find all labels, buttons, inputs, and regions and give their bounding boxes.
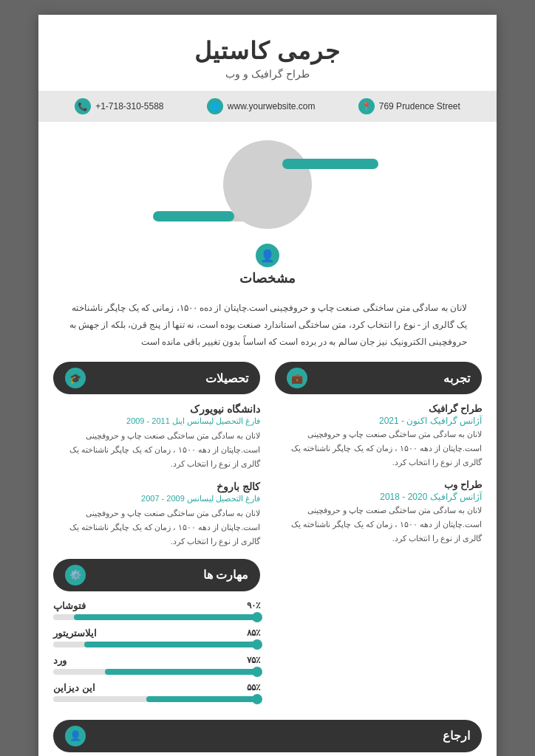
skills-icon: ⚙️ — [65, 565, 86, 585]
skill-pct-0: ۹۰٪ — [247, 600, 260, 611]
contact-phone: 📞 +1-718-310-5588 — [75, 98, 163, 114]
education-heading: تحصیلات — [205, 371, 248, 385]
about-icon-wrap: 👤 — [38, 244, 497, 267]
exp-company-1: آژانس گرافیک اکنون - 2021 — [275, 416, 482, 426]
skills-section: مهارت ها ⚙️ ۹۰٪ فتوشاپ ۸۵٪ ایلاستریتور ۷… — [53, 559, 260, 702]
two-column: تجربه 💼 طراح گرافیک آژانس گرافیک اکنون -… — [38, 362, 497, 709]
experience-column: تجربه 💼 طراح گرافیک آژانس گرافیک اکنون -… — [275, 362, 482, 709]
globe-icon: 🌐 — [207, 98, 223, 114]
exp-item-1: طراح گرافیک آژانس گرافیک اکنون - 2021 لا… — [275, 403, 482, 469]
edu-desc-2: لانان به سادگی متن ساختگی صنعت چاپ و حرو… — [53, 506, 260, 548]
skill-pct-3: ۵۵٪ — [247, 682, 260, 693]
skill-item-2: ۷۵٪ ورد — [53, 655, 260, 675]
edu-degree-2: فارغ التحصیل لیسانس 2009 - 2007 — [53, 494, 260, 504]
edu-university-2: کالج باروخ — [53, 481, 260, 492]
contact-website: 🌐 www.yourwebsite.com — [207, 98, 316, 114]
teal-bar-top — [282, 159, 378, 169]
avatar — [223, 140, 312, 229]
skill-bar-bg-3 — [53, 696, 260, 702]
edu-university-1: دانشگاه نیویورک — [53, 403, 260, 415]
exp-role-1: طراح گرافیک — [275, 403, 482, 414]
skill-bar-fill-2 — [105, 669, 260, 675]
skill-name-1: ایلاستریتور — [53, 628, 97, 639]
skill-bar-dot-3 — [252, 694, 262, 704]
skill-bar-fill-1 — [84, 642, 260, 647]
location-icon: 📍 — [358, 98, 375, 114]
skill-name-0: فتوشاپ — [53, 600, 86, 611]
skill-item-3: ۵۵٪ این دیزاین — [53, 682, 260, 702]
contact-bar: 📞 +1-718-310-5588 🌐 www.yourwebsite.com … — [38, 91, 497, 122]
skills-heading: مهارت ها — [203, 568, 248, 582]
exp-company-2: آژانس گرافیک 2020 - 2018 — [275, 492, 482, 502]
skill-pct-1: ۸۵٪ — [247, 628, 260, 638]
experience-icon: 💼 — [287, 368, 307, 388]
exp-role-2: طراح وب — [275, 479, 482, 490]
skill-bar-fill-0 — [74, 614, 260, 620]
edu-desc-1: لانان به سادگی متن ساختگی صنعت چاپ و حرو… — [53, 429, 260, 470]
references-header: ارجاع 👤 — [53, 720, 482, 752]
skill-bar-bg-1 — [53, 642, 260, 647]
skill-bar-dot-1 — [252, 639, 262, 650]
skills-list: ۹۰٪ فتوشاپ ۸۵٪ ایلاستریتور ۷۵٪ ورد — [53, 600, 260, 702]
teal-bar-bottom — [153, 211, 234, 221]
person-icon: 👤 — [256, 244, 279, 267]
about-heading: مشخصات — [38, 270, 497, 286]
exp-desc-2: لانان به سادگی متن ساختگی صنعت چاپ و حرو… — [275, 504, 482, 545]
profile-section — [38, 122, 497, 240]
skill-item-1: ۸۵٪ ایلاستریتور — [53, 628, 260, 647]
contact-address: 📍 769 Prudence Street — [358, 98, 460, 114]
experience-header: تجربه 💼 — [275, 362, 482, 394]
education-header: تحصیلات 🎓 — [53, 362, 260, 394]
exp-desc-1: لانان به سادگی متن ساختگی صنعت چاپ و حرو… — [275, 427, 482, 469]
skill-bar-dot-2 — [252, 667, 262, 677]
references-section: ارجاع 👤 کریستوفر اسکیت آژانس خلاق yourwe… — [38, 720, 497, 756]
resume-page: جرمی کاستیل طراح گرافیک و وب 📞 +1-718-31… — [38, 15, 497, 756]
skill-bar-dot-0 — [252, 612, 262, 622]
edu-item-1: دانشگاه نیویورک فارغ التحصیل لیسانس اینل… — [53, 403, 260, 470]
person-name: جرمی کاستیل — [53, 37, 482, 65]
header: جرمی کاستیل طراح گرافیک و وب — [38, 15, 497, 91]
exp-item-2: طراح وب آژانس گرافیک 2020 - 2018 لانان ب… — [275, 479, 482, 545]
phone-icon: 📞 — [75, 98, 91, 114]
skill-bar-fill-3 — [146, 696, 260, 702]
skill-bar-bg-0 — [53, 614, 260, 620]
references-heading: ارجاع — [443, 729, 470, 743]
education-icon: 🎓 — [65, 368, 86, 388]
skill-name-2: ورد — [53, 655, 67, 666]
skills-header: مهارت ها ⚙️ — [53, 559, 260, 591]
skill-name-3: این دیزاین — [53, 682, 95, 693]
experience-heading: تجربه — [443, 371, 470, 385]
education-column: تحصیلات 🎓 دانشگاه نیویورک فارغ التحصیل ل… — [53, 362, 260, 709]
edu-item-2: کالج باروخ فارغ التحصیل لیسانس 2009 - 20… — [53, 481, 260, 548]
skill-pct-2: ۷۵٪ — [247, 655, 260, 665]
skill-item-0: ۹۰٪ فتوشاپ — [53, 600, 260, 620]
person-title: طراح گرافیک و وب — [53, 68, 482, 80]
references-icon: 👤 — [65, 726, 86, 746]
edu-degree-1: فارغ التحصیل لیسانس اینل 2011 - 2009 — [53, 416, 260, 426]
about-description: لانان به سادگی متن ساختگی صنعت چاپ و حرو… — [38, 294, 497, 362]
about-section: 👤 مشخصات — [38, 240, 497, 294]
skill-bar-bg-2 — [53, 669, 260, 675]
